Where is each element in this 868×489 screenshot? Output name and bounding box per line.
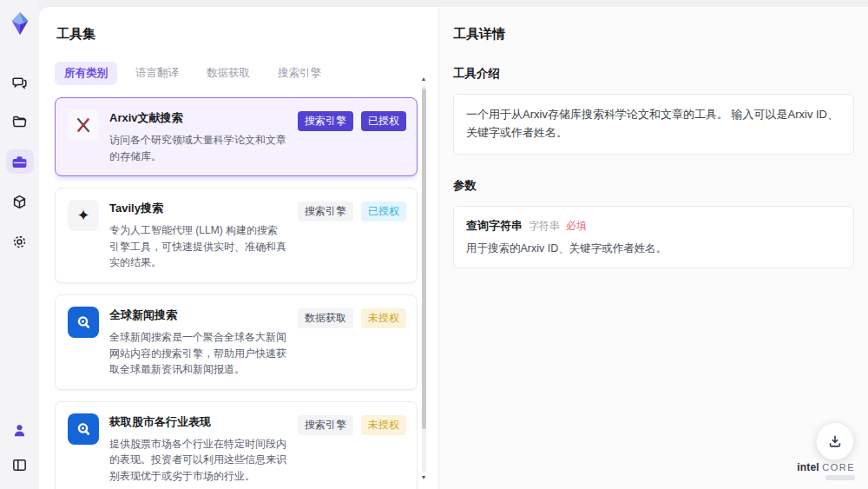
tab-active-所有类别[interactable]: 所有类别	[55, 62, 117, 85]
tool-category-tag: 搜索引擎	[298, 202, 353, 221]
tool-category-tag: 搜索引擎	[298, 415, 353, 435]
sidebar-item-packages[interactable]	[6, 189, 34, 214]
tool-category-tag: 数据获取	[298, 308, 353, 328]
arxiv-logo-icon	[68, 109, 99, 141]
tool-tags: 搜索引擎未授权	[298, 413, 406, 485]
tool-auth-badge: 未授权	[361, 415, 406, 435]
folder-icon	[11, 114, 28, 130]
tool-card[interactable]: 全球新闻搜索 全球新闻搜索是一个聚合全球各大新闻网站内容的搜索引擎，帮助用户快速…	[55, 294, 418, 390]
tool-name: Arxiv文献搜索	[109, 110, 287, 126]
intro-heading: 工具介绍	[453, 66, 854, 82]
sidebar-bottom	[6, 418, 34, 477]
tool-tags: 搜索引擎已授权	[298, 109, 406, 164]
tool-description: 专为人工智能代理 (LLM) 构建的搜索引擎工具，可快速提供实时、准确和真实的结…	[109, 222, 287, 271]
tool-name: Tavily搜索	[109, 201, 287, 216]
param-header: 查询字符串 字符串 必填	[466, 218, 841, 234]
tab-语言翻译[interactable]: 语言翻译	[126, 62, 188, 85]
tab-数据获取[interactable]: 数据获取	[197, 62, 260, 85]
tool-description: 提供股票市场各个行业在特定时间段内的表现。投资者可以利用这些信息来识别表现优于或…	[109, 436, 287, 485]
gear-icon	[11, 234, 28, 250]
param-required-badge: 必填	[566, 219, 587, 234]
download-button[interactable]	[816, 422, 854, 460]
sidebar-item-user[interactable]	[6, 418, 34, 442]
app-window: 工具集 所有类别语言翻译数据获取搜索引擎 Arxiv文献搜索 访问各个研究领域大…	[0, 0, 868, 489]
sidebar-item-settings[interactable]	[6, 229, 34, 254]
tool-detail-pane: 工具详情 工具介绍 一个用于从Arxiv存储库搜索科学论文和文章的工具。 输入可…	[438, 7, 868, 489]
tool-auth-badge: 已授权	[361, 202, 406, 221]
list-scrollbar[interactable]: ▲ ▼	[419, 75, 428, 482]
main-content: 工具集 所有类别语言翻译数据获取搜索引擎 Arxiv文献搜索 访问各个研究领域大…	[39, 7, 868, 489]
page-title: 工具集	[56, 26, 438, 43]
panel-icon	[11, 457, 28, 473]
tool-list-pane: 工具集 所有类别语言翻译数据获取搜索引擎 Arxiv文献搜索 访问各个研究领域大…	[39, 7, 438, 489]
sidebar	[0, 0, 39, 489]
blue-search-icon	[68, 413, 99, 445]
sidebar-item-panel-toggle[interactable]	[6, 453, 34, 477]
sidebar-item-folder[interactable]	[6, 109, 34, 134]
tab-搜索引擎[interactable]: 搜索引擎	[268, 62, 331, 85]
tool-category-tag: 搜索引擎	[298, 111, 353, 131]
sidebar-nav	[6, 69, 34, 254]
tool-card[interactable]: ✦ Tavily搜索 专为人工智能代理 (LLM) 构建的搜索引擎工具，可快速提…	[55, 188, 418, 283]
sparkle-icon: ✦	[68, 200, 99, 231]
tool-auth-badge: 未授权	[361, 308, 406, 328]
category-tabs: 所有类别语言翻译数据获取搜索引擎	[55, 62, 438, 85]
cube-icon	[11, 194, 28, 210]
tool-name: 获取股市各行业表现	[109, 414, 287, 430]
scrollbar-thumb[interactable]	[422, 89, 426, 429]
intro-text: 一个用于从Arxiv存储库搜索科学论文和文章的工具。 输入可以是Arxiv ID…	[466, 106, 841, 142]
tool-card[interactable]: 获取股市各行业表现 提供股票市场各个行业在特定时间段内的表现。投资者可以利用这些…	[55, 401, 418, 489]
app-logo-icon	[7, 10, 33, 36]
intel-core-brand: intel CORE	[797, 462, 855, 480]
blue-search-icon	[68, 307, 99, 338]
intro-box: 一个用于从Arxiv存储库搜索科学论文和文章的工具。 输入可以是Arxiv ID…	[453, 94, 854, 155]
detail-title: 工具详情	[453, 26, 854, 43]
download-icon	[827, 433, 843, 449]
param-description: 用于搜索的Arxiv ID、关键字或作者姓名。	[466, 241, 841, 256]
tool-description: 全球新闻搜索是一个聚合全球各大新闻网站内容的搜索引擎，帮助用户快速获取全球最新资…	[109, 329, 287, 378]
scroll-down-icon[interactable]: ▼	[421, 473, 427, 482]
sidebar-item-chat[interactable]	[6, 69, 34, 94]
param-box: 查询字符串 字符串 必填 用于搜索的Arxiv ID、关键字或作者姓名。	[453, 206, 854, 268]
scrollbar-track[interactable]	[422, 85, 426, 472]
params-heading: 参数	[453, 178, 854, 194]
chat-icon	[11, 74, 28, 90]
tool-description: 访问各个研究领域大量科学论文和文章的存储库。	[109, 132, 287, 164]
brand-core-label: CORE	[822, 462, 855, 472]
tool-card[interactable]: Arxiv文献搜索 访问各个研究领域大量科学论文和文章的存储库。 搜索引擎已授权	[55, 97, 418, 176]
param-name: 查询字符串	[466, 218, 523, 234]
tool-auth-badge: 已授权	[361, 111, 406, 131]
tool-tags: 数据获取未授权	[298, 307, 406, 378]
user-icon	[11, 422, 28, 439]
tool-name: 全球新闻搜索	[109, 307, 287, 323]
sidebar-item-toolbox[interactable]	[6, 149, 34, 174]
brand-intel-label: intel	[797, 461, 819, 473]
brand-subtext	[825, 475, 855, 480]
toolbox-icon	[11, 154, 28, 170]
tool-list: Arxiv文献搜索 访问各个研究领域大量科学论文和文章的存储库。 搜索引擎已授权…	[55, 97, 418, 489]
scroll-up-icon[interactable]: ▲	[421, 75, 427, 83]
tool-tags: 搜索引擎已授权	[298, 200, 406, 271]
param-type: 字符串	[529, 219, 560, 234]
